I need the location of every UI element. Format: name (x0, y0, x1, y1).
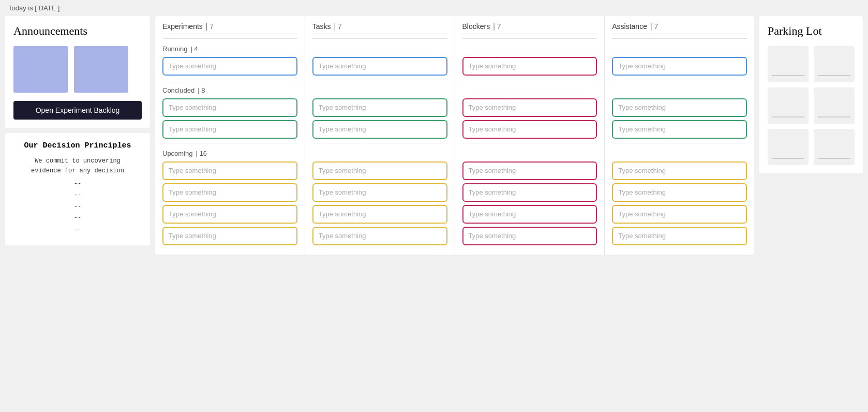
section-upcoming-blockers (462, 150, 597, 157)
card-input[interactable]: Type something (162, 120, 297, 139)
section-concluded: Concluded | 8 (162, 86, 297, 94)
card-input[interactable]: Type something (162, 227, 297, 245)
column-header-assistance: Assistance | 7 (612, 22, 747, 34)
parking-lot-title: Parking Lot (768, 24, 855, 38)
card-input[interactable]: Type something (462, 98, 597, 117)
concluded-count: | 8 (198, 86, 205, 94)
dash-2: -- (13, 192, 142, 199)
parking-card-line (772, 116, 804, 117)
divider (312, 38, 447, 39)
column-experiments: Experiments | 7 Running | 4 Type somethi… (155, 16, 305, 255)
card-input[interactable]: Type something (612, 183, 747, 202)
section-running-blockers (462, 45, 597, 53)
column-count-blockers: | 7 (493, 22, 501, 31)
section-concluded-blockers (462, 86, 597, 94)
card-input[interactable]: Type something (312, 98, 447, 117)
card-input[interactable]: Type something (162, 183, 297, 202)
column-blockers: Blockers | 7 Type something Type somethi… (455, 16, 605, 255)
divider (162, 80, 297, 80)
card-input[interactable]: Type something (612, 57, 747, 76)
column-assistance: Assistance | 7 Type something Type somet… (605, 16, 754, 255)
parking-lot-panel: Parking Lot (759, 16, 863, 173)
column-tasks: Tasks | 7 Type something Type something … (305, 16, 455, 255)
decision-principles-title: Our Decision Principles (13, 141, 142, 150)
sticky-note-1 (13, 46, 68, 93)
parking-card-4 (814, 87, 855, 124)
card-input[interactable]: Type something (612, 98, 747, 117)
sticky-notes (13, 46, 142, 93)
dash-3: -- (13, 203, 142, 210)
topbar: Today is [ DATE ] (0, 0, 868, 16)
card-input[interactable]: Type something (462, 57, 597, 76)
open-experiment-backlog-button[interactable]: Open Experiment Backlog (13, 101, 142, 120)
card-input[interactable]: Type something (162, 57, 297, 76)
dash-5: -- (13, 226, 142, 233)
parking-card-line (818, 116, 850, 117)
divider (612, 80, 747, 80)
card-input[interactable]: Type something (312, 227, 447, 245)
left-sidebar: Announcements Open Experiment Backlog Ou… (5, 16, 150, 245)
card-input[interactable]: Type something (462, 227, 597, 245)
card-input[interactable]: Type something (312, 205, 447, 224)
card-input[interactable]: Type something (312, 161, 447, 180)
divider (162, 143, 297, 143)
running-count: | 4 (190, 45, 198, 53)
date-label: Today is [ DATE ] (8, 4, 59, 12)
parking-card-line (772, 75, 804, 76)
column-count-experiments: | 7 (206, 22, 214, 31)
center-area: Experiments | 7 Running | 4 Type somethi… (155, 16, 754, 255)
parking-card-line (818, 158, 850, 159)
divider (462, 38, 597, 39)
announcements-panel: Announcements Open Experiment Backlog (5, 16, 150, 128)
card-input[interactable]: Type something (612, 205, 747, 224)
card-input[interactable]: Type something (612, 120, 747, 139)
card-input[interactable]: Type something (162, 205, 297, 224)
parking-lot-grid (768, 46, 855, 165)
card-input[interactable]: Type something (462, 205, 597, 224)
parking-card-1 (768, 46, 809, 82)
section-concluded-assistance (612, 86, 747, 94)
card-input[interactable]: Type something (462, 161, 597, 180)
card-input[interactable]: Type something (312, 120, 447, 139)
column-header-blockers: Blockers | 7 (462, 22, 597, 34)
parking-card-line (818, 75, 850, 76)
upcoming-count: | 16 (196, 150, 207, 157)
divider (462, 80, 597, 80)
main-layout: Announcements Open Experiment Backlog Ou… (0, 16, 868, 260)
dash-4: -- (13, 214, 142, 222)
card-input[interactable]: Type something (462, 183, 597, 202)
card-input[interactable]: Type something (162, 98, 297, 117)
parking-card-2 (814, 46, 855, 82)
divider (612, 38, 747, 39)
dash-1: -- (13, 180, 142, 187)
parking-card-line (772, 158, 804, 159)
section-upcoming-tasks (312, 150, 447, 157)
parking-card-5 (768, 129, 809, 165)
card-input[interactable]: Type something (612, 227, 747, 245)
card-input[interactable]: Type something (312, 183, 447, 202)
section-upcoming-assistance (612, 150, 747, 157)
section-running: Running | 4 (162, 45, 297, 53)
columns-container: Experiments | 7 Running | 4 Type somethi… (155, 16, 754, 255)
divider (162, 38, 297, 39)
divider (312, 80, 447, 80)
parking-card-3 (768, 87, 809, 124)
card-input[interactable]: Type something (462, 120, 597, 139)
card-input[interactable]: Type something (312, 57, 447, 76)
column-count-tasks: | 7 (334, 22, 342, 31)
parking-card-6 (814, 129, 855, 165)
divider (462, 143, 597, 143)
column-title-tasks: Tasks (312, 22, 331, 31)
announcements-title: Announcements (13, 24, 142, 38)
column-title-blockers: Blockers (462, 22, 490, 31)
column-header-experiments: Experiments | 7 (162, 22, 297, 34)
decision-principles-panel: Our Decision Principles We commit to unc… (5, 133, 150, 245)
card-input[interactable]: Type something (162, 161, 297, 180)
column-header-tasks: Tasks | 7 (312, 22, 447, 34)
section-concluded-tasks (312, 86, 447, 94)
column-title-assistance: Assistance (612, 22, 647, 31)
section-running-assistance (612, 45, 747, 53)
card-input[interactable]: Type something (612, 161, 747, 180)
column-count-assistance: | 7 (650, 22, 658, 31)
column-title-experiments: Experiments (162, 22, 203, 31)
